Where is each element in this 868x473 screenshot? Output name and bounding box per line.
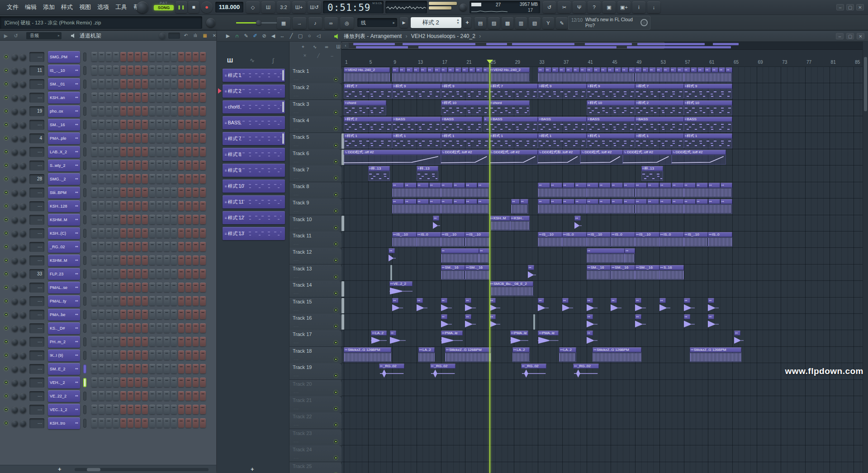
clip-header[interactable]: ↦ — [483, 67, 489, 72]
channel-number-badge[interactable]: --- — [29, 378, 44, 388]
step-cell[interactable] — [91, 66, 97, 75]
clip-header[interactable]: ↦VEH2 Ho..240_2 — [489, 67, 530, 72]
rack-hscrollbar[interactable] — [75, 468, 209, 471]
clip-header[interactable]: ↦ — [427, 67, 434, 72]
step-cell[interactable] — [128, 79, 133, 89]
step-cell[interactable] — [91, 283, 97, 292]
clip-header[interactable]: ↦ — [574, 216, 581, 221]
channel-button-PH..m_2[interactable]: PH..m_2↭ — [48, 336, 80, 348]
clip-stub[interactable] — [342, 314, 344, 330]
step-cell[interactable] — [142, 79, 148, 89]
clip-header[interactable]: ↦ — [392, 298, 398, 303]
clip-header[interactable]: ↦ — [575, 199, 587, 204]
step-cell[interactable] — [99, 337, 104, 346]
clip-BASS[interactable]: ≡BASS — [684, 117, 732, 132]
clip-blip[interactable]: ↦ — [489, 314, 500, 330]
track-options-dots[interactable]: ··· — [294, 423, 299, 427]
clip-SM.._16[interactable]: ↦SM.._16 — [465, 265, 489, 280]
pattern-item-样式 9[interactable]: ≡样式 9 — [223, 164, 285, 177]
step-cell[interactable] — [135, 215, 141, 224]
levels-icon[interactable]: ılı — [191, 32, 199, 39]
step-cell[interactable] — [120, 242, 126, 251]
clip-header[interactable]: ↦SM.._16 — [465, 265, 489, 270]
step-cell[interactable] — [200, 337, 206, 346]
step-cell[interactable] — [99, 66, 104, 75]
step-cell[interactable] — [99, 79, 104, 89]
channel-volume-knob[interactable] — [20, 244, 26, 250]
clip-blip[interactable]: ↦ — [465, 298, 476, 313]
mixer-icon[interactable]: ▥ — [515, 17, 527, 29]
step-cell[interactable] — [164, 174, 170, 184]
step-cell[interactable] — [106, 133, 112, 143]
channel-volume-knob[interactable] — [20, 312, 26, 318]
clip-IS..0[interactable]: ↦IS..0 — [659, 232, 684, 247]
clip-header[interactable]: ↦ — [721, 183, 732, 188]
step-cell[interactable] — [128, 133, 133, 143]
clip-a[interactable]: ↦ — [479, 248, 489, 264]
playhead-marker[interactable] — [487, 60, 493, 64]
clip-header[interactable]: ↦ — [708, 298, 714, 303]
clip-IS_..10[interactable]: ↦IS_..10 — [635, 232, 659, 247]
step-cell[interactable] — [185, 215, 191, 224]
cut-small-icon[interactable]: ✕ — [300, 53, 309, 58]
help-icon[interactable]: ? — [588, 1, 601, 13]
channel-enable-led[interactable] — [5, 299, 8, 303]
step-cell[interactable] — [164, 405, 170, 414]
step-cell[interactable] — [185, 174, 191, 184]
clip-header[interactable]: ↦ — [587, 67, 593, 72]
track-enable-led[interactable] — [334, 308, 337, 312]
clip-header[interactable]: ↦ — [615, 67, 621, 72]
shuffle-knob[interactable] — [206, 18, 215, 27]
step-cell[interactable] — [200, 255, 206, 265]
channel-pan-knob[interactable] — [12, 393, 18, 399]
step-cell[interactable] — [171, 418, 177, 428]
clip-grp[interactable]: ↦↦↦↦↦↦↦ — [441, 67, 489, 83]
clip-grp[interactable]: ↦↦↦↦ — [684, 183, 732, 198]
step-cell[interactable] — [99, 120, 104, 129]
clip-样式 1[interactable]: ≡样式 1 — [538, 133, 586, 149]
channel-volume-knob[interactable] — [20, 257, 26, 264]
step-cell[interactable] — [91, 133, 97, 143]
step-cell[interactable] — [193, 310, 199, 319]
clip-header[interactable]: ↦ — [635, 67, 641, 72]
step-cell[interactable] — [91, 418, 97, 428]
clip-blip[interactable]: ↦ — [587, 331, 598, 346]
typing-piano-icon[interactable]: Ш — [261, 1, 275, 13]
clip-header[interactable]: ↦ — [453, 183, 465, 188]
step-cell[interactable] — [164, 418, 170, 428]
step-cell[interactable] — [128, 52, 133, 61]
step-cell[interactable] — [171, 255, 177, 265]
step-cell[interactable] — [113, 418, 119, 428]
clip-header[interactable]: ≡样式 9 — [587, 84, 635, 89]
clip-header[interactable]: ↦ — [599, 199, 611, 204]
step-cell[interactable] — [113, 201, 119, 211]
channel-number-badge[interactable]: --- — [29, 323, 44, 333]
track-enable-led[interactable] — [334, 292, 337, 295]
step-cell[interactable] — [120, 350, 126, 360]
wave-tab-icon[interactable]: ∿ — [310, 44, 319, 49]
clip-header[interactable]: ↦StiickzZ..G 126BPM — [690, 347, 741, 352]
clip-header[interactable]: ↦ — [538, 183, 550, 188]
step-cell[interactable] — [185, 147, 191, 156]
track-header-13[interactable]: Track 13··· — [289, 265, 342, 281]
rack-play-icon[interactable]: ▶ — [2, 32, 10, 39]
step-cell[interactable] — [178, 418, 184, 428]
channel-enable-led[interactable] — [5, 381, 8, 384]
time-display[interactable]: 0:51:59 M:S:CS — [323, 1, 384, 14]
channel-enable-led[interactable] — [5, 204, 8, 208]
clip-header[interactable]: ≡样式 10 — [587, 100, 635, 105]
clip-header[interactable]: ↦IS_..10 — [684, 232, 708, 237]
clip-header[interactable]: ≡样式 1 — [587, 133, 635, 138]
clip-grp[interactable]: ↦↦↦↦ — [538, 199, 586, 214]
clip-header[interactable]: ↦IS..0 — [659, 232, 684, 237]
step-cell[interactable] — [135, 283, 141, 292]
track-header-4[interactable]: Track 4··· — [289, 116, 342, 133]
clip-grp[interactable]: ↦↦↦↦↦↦↦ — [635, 67, 683, 83]
track-options-dots[interactable]: ··· — [294, 456, 299, 460]
piano-add-icon[interactable]: Ш+ — [292, 1, 306, 13]
clip-blip[interactable]: ↦ — [441, 298, 452, 313]
track-header-21[interactable]: Track 21··· — [289, 396, 342, 413]
step-cell[interactable] — [185, 296, 191, 306]
channel-button-KSH..128[interactable]: KSH..128↭ — [48, 200, 80, 212]
track-options-dots[interactable]: ··· — [294, 176, 299, 180]
